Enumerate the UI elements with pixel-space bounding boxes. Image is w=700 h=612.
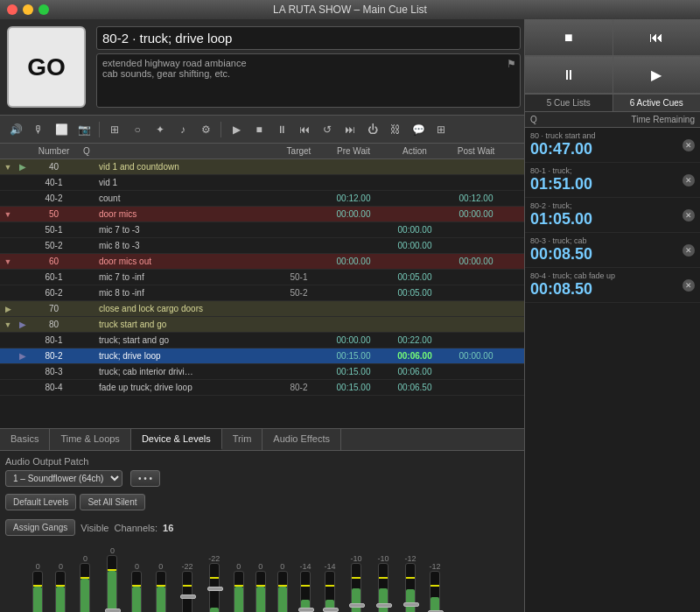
- screen-tool[interactable]: ⬜: [51, 119, 72, 140]
- fader-track[interactable]: [182, 571, 192, 612]
- mic-tool[interactable]: 🎙: [28, 119, 49, 140]
- fader-channel[interactable]: 0 ctr right 0: [149, 560, 172, 612]
- circle-tool[interactable]: ○: [127, 119, 148, 140]
- patch-select[interactable]: 1 – Soundflower (64ch): [5, 470, 122, 487]
- speech-tool[interactable]: 💬: [408, 119, 429, 140]
- table-row[interactable]: 60-2 mic 8 to -inf 50-2 00:05.00: [0, 285, 524, 301]
- tab-basics[interactable]: Basics: [0, 429, 50, 450]
- active-cues-label[interactable]: 6 Active Cues: [613, 95, 701, 111]
- table-row[interactable]: 40-2 count 00:12.00 00:12.00: [0, 191, 524, 207]
- fader-track[interactable]: [378, 563, 388, 612]
- link-tool[interactable]: ⛓: [385, 119, 406, 140]
- gear-tool[interactable]: ⚙: [195, 119, 216, 140]
- fader-channel[interactable]: -12 16 0 -12: [425, 560, 444, 612]
- cue-list-container[interactable]: Number Q Target Pre Wait Action Post Wai…: [0, 144, 524, 428]
- fader-thumb[interactable]: [403, 602, 419, 607]
- minimize-button[interactable]: [23, 4, 33, 15]
- pause-tool[interactable]: ⏸: [271, 119, 292, 140]
- fader-channel[interactable]: -12 bow L verb 0 -12: [398, 552, 423, 612]
- table-row[interactable]: ▶ 70 close and lock cargo doors: [0, 301, 524, 317]
- fader-channel[interactable]: 0 cab 0 0: [229, 560, 248, 612]
- active-cue-close[interactable]: ✕: [682, 209, 695, 222]
- star-tool[interactable]: ✦: [150, 119, 171, 140]
- cue-lists-label[interactable]: 5 Cue Lists: [525, 95, 613, 111]
- more-tool[interactable]: ⊞: [430, 119, 452, 140]
- fader-channel[interactable]: 0 stern right cross 0: [100, 545, 124, 612]
- fader-channel[interactable]: 0 ctr left 0 -6: [127, 560, 146, 612]
- fader-track[interactable]: [300, 571, 311, 612]
- stop-tool[interactable]: ■: [248, 119, 270, 140]
- fader-channel[interactable]: 0 upa 0 0: [251, 560, 270, 612]
- fader-thumb[interactable]: [207, 587, 223, 591]
- fader-channel[interactable]: -14 stern L 0 -18: [295, 560, 316, 612]
- fader-track[interactable]: [405, 563, 416, 612]
- fader-channel[interactable]: 0 stern left cross 0 -3: [73, 552, 97, 612]
- table-row[interactable]: 80-4 fade up truck; drive loop 80-2 00:1…: [0, 380, 524, 396]
- maximize-button[interactable]: [38, 4, 49, 15]
- table-row[interactable]: ▼ 50 door mics 00:00.00 00:00.00: [0, 207, 524, 222]
- rewind-tool[interactable]: ⏮: [294, 119, 315, 140]
- table-row[interactable]: 50-1 mic 7 to -3 00:00.00: [0, 222, 524, 238]
- table-row[interactable]: ▶ 80-2 truck; drive loop 00:15.00 00:06.…: [0, 348, 524, 364]
- fader-thumb[interactable]: [349, 603, 365, 608]
- go-button[interactable]: GO: [7, 26, 86, 108]
- fader-track[interactable]: [430, 571, 440, 612]
- table-row[interactable]: 40-1 vid 1: [0, 175, 524, 191]
- fader-track[interactable]: [80, 563, 90, 612]
- fader-track[interactable]: [107, 555, 117, 612]
- fader-channel[interactable]: -22 bow left 0 0: [175, 560, 200, 612]
- assign-gangs-button[interactable]: Assign Gangs: [5, 519, 75, 536]
- video-tool[interactable]: 📷: [74, 119, 94, 140]
- fader-channel[interactable]: -22 bow right 0 0: [202, 552, 227, 612]
- play-button[interactable]: ▶: [613, 57, 701, 94]
- tab-audio-effects[interactable]: Audio Effects: [262, 429, 341, 450]
- power-tool[interactable]: ⏻: [362, 119, 383, 140]
- fader-thumb[interactable]: [323, 608, 339, 612]
- fader-channel[interactable]: -10 center R 0 -16: [344, 552, 368, 612]
- patch-options-button[interactable]: • • •: [130, 470, 160, 487]
- rewind-button[interactable]: ⏮: [613, 19, 701, 56]
- stop-button[interactable]: ■: [525, 19, 613, 56]
- sliders-tool[interactable]: ⊞: [104, 119, 125, 140]
- fader-channel[interactable]: -10 center verb 0: [371, 552, 396, 612]
- table-row[interactable]: 60-1 mic 7 to -inf 50-1 00:05.00: [0, 270, 524, 285]
- fader-thumb[interactable]: [105, 608, 121, 612]
- speaker-tool[interactable]: 🔊: [5, 119, 26, 140]
- music-tool[interactable]: ♪: [172, 119, 193, 140]
- fader-track[interactable]: [277, 571, 288, 612]
- fader-track[interactable]: [351, 563, 361, 612]
- loop-tool[interactable]: ↺: [317, 119, 338, 140]
- table-row[interactable]: ▼ 60 door mics out 00:00.00 00:00.00: [0, 254, 524, 270]
- active-cue-close[interactable]: ✕: [682, 279, 695, 292]
- play-tool[interactable]: ▶: [226, 119, 247, 140]
- fader-channel[interactable]: 0 rear -3: [51, 560, 70, 612]
- table-row[interactable]: ▼ ▶ 80 truck start and go: [0, 317, 524, 333]
- fader-channel[interactable]: 0 sub 0 0: [273, 560, 292, 612]
- fader-channel[interactable]: 0 master 0 0: [27, 560, 48, 612]
- active-cue-close[interactable]: ✕: [682, 244, 695, 257]
- tab-trim[interactable]: Trim: [222, 429, 263, 450]
- table-row[interactable]: 50-2 mic 8 to -3 00:00.00: [0, 238, 524, 254]
- fader-track[interactable]: [256, 571, 266, 612]
- table-row[interactable]: 80-3 truck; cab interior drivi… 00:15.00…: [0, 364, 524, 380]
- close-button[interactable]: [7, 4, 18, 15]
- set-all-silent-button[interactable]: Set All Silent: [80, 494, 144, 510]
- fader-channel[interactable]: -14 stern R 0: [318, 560, 341, 612]
- forward-tool[interactable]: ⏭: [340, 119, 360, 140]
- fader-track[interactable]: [32, 571, 43, 612]
- fader-thumb[interactable]: [298, 608, 314, 612]
- tab-device-levels[interactable]: Device & Levels: [131, 429, 222, 450]
- table-row[interactable]: 80-1 truck; start and go 00:00.00 00:22.…: [0, 333, 524, 348]
- pause-button[interactable]: ⏸: [525, 57, 613, 94]
- fader-track[interactable]: [209, 563, 220, 612]
- table-row[interactable]: ▼ ▶ 40 vid 1 and countdown: [0, 159, 524, 175]
- fader-thumb[interactable]: [180, 594, 196, 599]
- default-levels-button[interactable]: Default Levels: [5, 494, 76, 510]
- fader-track[interactable]: [156, 571, 166, 612]
- tab-time-loops[interactable]: Time & Loops: [50, 429, 130, 450]
- active-cue-close[interactable]: ✕: [682, 174, 695, 186]
- fader-track[interactable]: [325, 571, 335, 612]
- fader-track[interactable]: [234, 571, 244, 612]
- fader-track[interactable]: [55, 571, 66, 612]
- fader-track[interactable]: [131, 571, 142, 612]
